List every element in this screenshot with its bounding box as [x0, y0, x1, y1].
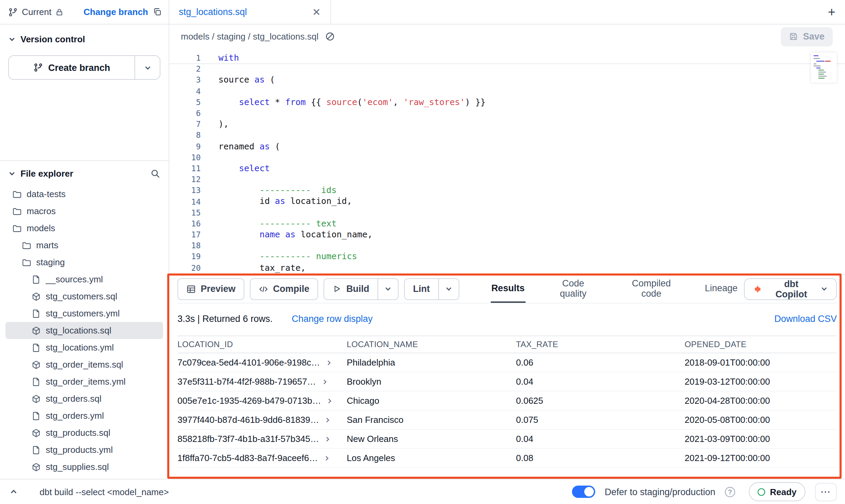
results-panel: PreviewCompileBuildLint ResultsCode qual…: [169, 274, 845, 479]
download-csv-link[interactable]: Download CSV: [774, 313, 837, 324]
compile-button[interactable]: Compile: [250, 279, 318, 299]
row-expand-icon[interactable]: [321, 378, 328, 385]
file-tree-item-stg-order-items-yml[interactable]: stg_order_items.yml: [5, 373, 163, 390]
code-line-4[interactable]: 4: [169, 86, 845, 97]
file-tree-item-stg-locations-yml[interactable]: stg_locations.yml: [5, 339, 163, 356]
help-icon[interactable]: ?: [725, 487, 735, 497]
new-tab-button[interactable]: +: [828, 0, 835, 24]
row-expand-icon[interactable]: [325, 435, 331, 442]
row-expand-icon[interactable]: [326, 359, 332, 366]
code-line-13[interactable]: 13 ---------- ids: [169, 185, 845, 196]
tab-stg-locations-sql[interactable]: stg_locations.sql ✕: [169, 0, 331, 24]
branch-bar: Current Change branch: [0, 0, 169, 25]
row-expand-icon[interactable]: [324, 455, 330, 461]
line-number: 3: [169, 75, 201, 85]
code-line-9[interactable]: 9renamed as (: [169, 141, 845, 152]
model-icon: [31, 292, 41, 301]
file-tree-item-stg-customers-sql[interactable]: stg_customers.sql: [5, 288, 163, 305]
folder-icon: [22, 240, 31, 250]
line-number: 19: [169, 252, 201, 262]
code-line-15[interactable]: 15: [169, 207, 845, 218]
file-tree-item-stg-supplies-sql[interactable]: stg_supplies.sql: [5, 458, 163, 475]
panel-tab-lineage[interactable]: Lineage: [704, 275, 738, 303]
code-line-20[interactable]: 20 tax_rate,: [169, 262, 845, 273]
line-number: 20: [169, 263, 201, 272]
code-line-16[interactable]: 16 ---------- text: [169, 218, 845, 229]
file-tree-item-stg-orders-sql[interactable]: stg_orders.sql: [5, 390, 163, 407]
file-tree-item-stg-order-items-sql[interactable]: stg_order_items.sql: [5, 356, 163, 373]
save-button[interactable]: Save: [781, 27, 833, 46]
code-line-3[interactable]: 3source as (: [169, 75, 845, 86]
code-line-14[interactable]: 14 id as location_id,: [169, 196, 845, 207]
code-text: source as (: [201, 75, 275, 86]
lint-button[interactable]: Lint: [405, 279, 438, 299]
table-cell: 0.08: [516, 453, 685, 463]
code-line-7[interactable]: 7),: [169, 119, 845, 130]
code-line-18[interactable]: 18: [169, 240, 845, 251]
code-line-11[interactable]: 11 select: [169, 163, 845, 174]
breadcrumb: models / staging / stg_locations.sql: [181, 31, 318, 42]
row-expand-icon[interactable]: [327, 397, 333, 404]
build-button-group: Build: [324, 278, 399, 300]
file-explorer-header[interactable]: File explorer: [0, 161, 169, 186]
code-line-5[interactable]: 5 select * from {{ source('ecom', 'raw_s…: [169, 97, 845, 108]
line-number: 17: [169, 230, 201, 239]
row-expand-icon[interactable]: [325, 416, 331, 423]
tab-title: stg_locations.sql: [179, 7, 247, 17]
file-tree-item-macros[interactable]: macros: [5, 203, 163, 220]
code-line-19[interactable]: 19 ---------- numerics: [169, 251, 845, 262]
file-tree-item-stg-products-yml[interactable]: stg_products.yml: [5, 441, 163, 458]
preview-button[interactable]: Preview: [178, 279, 244, 299]
code-line-2[interactable]: 2: [169, 63, 845, 74]
current-branch[interactable]: Current: [8, 7, 64, 17]
version-control-header[interactable]: Version control: [8, 32, 160, 46]
file-label: stg_locations.sql: [46, 325, 111, 336]
file-label: data-tests: [27, 189, 66, 199]
file-tree-item-stg-locations-sql[interactable]: stg_locations.sql: [5, 322, 163, 339]
code-line-10[interactable]: 10: [169, 152, 845, 163]
defer-toggle[interactable]: [572, 486, 595, 498]
more-options-button[interactable]: ⋯: [815, 483, 837, 501]
file-tree-item-staging[interactable]: staging: [5, 254, 163, 271]
lineage-icon[interactable]: [325, 31, 335, 42]
file-tree-item-stg-products-sql[interactable]: stg_products.sql: [5, 424, 163, 441]
panel-toolbar: PreviewCompileBuildLint ResultsCode qual…: [177, 275, 837, 303]
file-label: macros: [27, 206, 56, 216]
code-editor[interactable]: 1with23source as (45 select * from {{ so…: [169, 48, 845, 274]
panel-tab-results[interactable]: Results: [491, 275, 526, 303]
search-icon[interactable]: [150, 168, 160, 178]
change-branch-link[interactable]: Change branch: [84, 7, 148, 17]
tab-close-icon[interactable]: ✕: [312, 7, 321, 17]
line-number: 18: [169, 241, 201, 251]
git-branch-icon: [8, 7, 18, 17]
file-tree-item--sources-yml[interactable]: __sources.yml: [5, 271, 163, 288]
code-line-1[interactable]: 1with: [169, 53, 845, 63]
file-tree-item-marts[interactable]: marts: [5, 237, 163, 254]
editor-minimap[interactable]: [811, 53, 837, 83]
code-line-17[interactable]: 17 name as location_name,: [169, 229, 845, 240]
ready-status[interactable]: Ready: [749, 482, 805, 501]
create-branch-dropdown[interactable]: [134, 56, 160, 79]
build-dropdown[interactable]: [377, 279, 398, 299]
panel-tab-code-quality[interactable]: Code quality: [548, 275, 599, 303]
chevron-up-icon[interactable]: [10, 488, 18, 496]
dbt-copilot-button[interactable]: dbt Copilot: [744, 278, 837, 300]
file-tree-item-stg-customers-yml[interactable]: stg_customers.yml: [5, 305, 163, 322]
code-line-12[interactable]: 12: [169, 174, 845, 185]
table-cell: 005e7e1c-1935-4269-b479-0713b…: [177, 396, 347, 406]
command-input[interactable]: dbt build --select <model_name>: [40, 487, 169, 497]
file-tree-item-models[interactable]: models: [5, 220, 163, 237]
change-row-display-link[interactable]: Change row display: [292, 313, 373, 324]
code-line-6[interactable]: 6: [169, 108, 845, 119]
lint-dropdown[interactable]: [438, 279, 459, 299]
file-tree-item-data-tests[interactable]: data-tests: [5, 186, 163, 203]
create-branch-button[interactable]: Create branch: [9, 56, 134, 79]
column-header-location_name: LOCATION_NAME: [347, 340, 516, 349]
file-tree-item-stg-orders-yml[interactable]: stg_orders.yml: [5, 407, 163, 424]
panel-tab-compiled-code[interactable]: Compiled code: [621, 275, 682, 303]
dbt-copilot-label: dbt Copilot: [768, 279, 815, 299]
build-button[interactable]: Build: [325, 279, 378, 299]
code-text: with: [201, 53, 239, 63]
copy-icon[interactable]: [153, 8, 162, 16]
code-line-8[interactable]: 8: [169, 130, 845, 141]
